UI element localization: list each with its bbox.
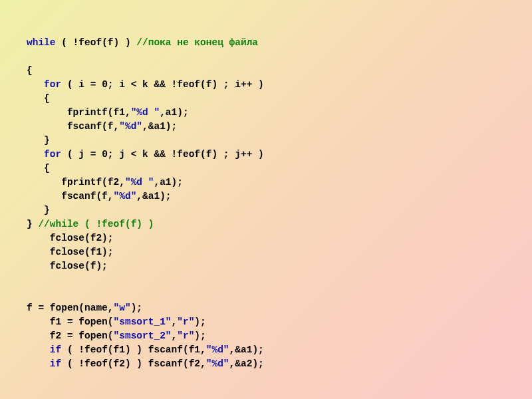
code-segment-kw: while: [27, 37, 56, 48]
code-segment-plain: ,: [172, 331, 178, 341]
code-segment-str: "%d ": [131, 107, 160, 118]
code-segment-str: "%d": [206, 344, 229, 355]
code-segment-str: "smsort_2": [114, 331, 172, 341]
code-segment-kw: for: [44, 79, 61, 90]
code-segment-str: "r": [177, 331, 194, 341]
code-segment-str: "%d ": [125, 177, 154, 188]
code-segment-plain: ( !feof(f1) ) fscanf(f1,: [61, 344, 206, 355]
code-segment-kw: if: [50, 344, 61, 355]
code-segment-kw: if: [50, 358, 61, 369]
code-segment-cmt: //while ( !feof(f) ): [38, 219, 154, 229]
code-segment-plain: fclose(f2); fclose(f1); fclose(f); f = f…: [27, 233, 114, 313]
code-segment-plain: ( !feof(f2) ) fscanf(f2,: [61, 358, 206, 369]
code-segment-str: "r": [177, 317, 194, 327]
code-segment-str: "%d": [119, 121, 142, 132]
code-segment-kw: for: [44, 149, 61, 160]
code-segment-str: "%d": [114, 191, 137, 201]
code-segment-plain: ,&a2);: [229, 358, 264, 369]
code-segment-str: "%d": [206, 358, 229, 369]
code-segment-plain: ,: [172, 317, 178, 327]
code-segment-plain: ( !feof(f) ): [56, 37, 137, 48]
code-segment-cmt: //пока не конец файла: [136, 37, 258, 48]
code-segment-plain: {: [27, 65, 44, 90]
code-segment-str: "smsort_1": [114, 317, 172, 327]
code-segment-str: "w": [114, 303, 131, 313]
code-block: while ( !feof(f) ) //пока не конец файла…: [27, 36, 505, 371]
